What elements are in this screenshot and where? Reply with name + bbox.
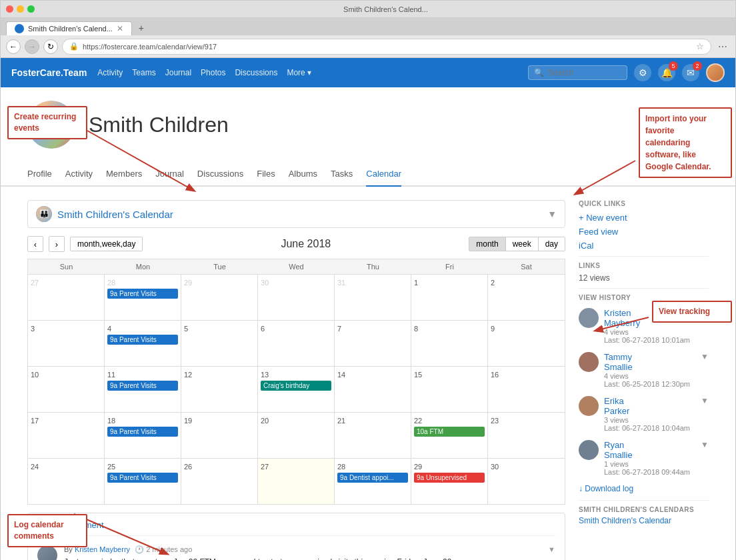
cal-day[interactable]: 19 (181, 413, 258, 458)
cal-day[interactable]: 14 (335, 367, 411, 412)
nav-journal[interactable]: Journal (165, 68, 191, 77)
cal-day[interactable]: 17 (28, 413, 105, 458)
nav-photos[interactable]: Photos (201, 68, 225, 77)
download-log-link[interactable]: ↓ Download log (579, 484, 709, 493)
cal-event[interactable]: 9a Parent Visits (107, 427, 178, 437)
close-btn[interactable] (6, 5, 13, 13)
search-input[interactable] (548, 68, 621, 77)
active-tab[interactable]: Smith Children's Calend... ✕ (6, 21, 132, 35)
tab-discussions[interactable]: Discussions (197, 162, 243, 187)
expand-icon[interactable]: ▼ (548, 545, 555, 553)
cal-event[interactable]: 9a Parent Visits (107, 289, 178, 299)
cal-day[interactable]: 20 (258, 413, 335, 458)
cal-day[interactable]: 31 (335, 275, 411, 320)
cal-day[interactable]: 11 9a Parent Visits (105, 367, 181, 412)
smith-cal-link[interactable]: Smith Children's Calendar (579, 516, 709, 525)
cal-day[interactable]: 13 Craig's birthday (258, 367, 335, 412)
cal-day[interactable]: 7 (335, 321, 411, 366)
nav-discussions[interactable]: Discussions (235, 68, 277, 77)
cal-day[interactable]: 6 (258, 321, 335, 366)
tab-files[interactable]: Files (257, 162, 275, 187)
star-icon[interactable]: ☆ (696, 41, 704, 51)
url-bar[interactable] (83, 43, 692, 51)
cal-day[interactable]: 29 (181, 275, 258, 320)
cal-day[interactable]: 18 9a Parent Visits (105, 413, 181, 458)
cal-event[interactable]: 9a Parent Visits (107, 335, 178, 345)
calendar-grid: Sun Mon Tue Wed Thu Fri Sat 27 28 9a Par… (27, 259, 565, 505)
new-event-link[interactable]: + New event (579, 213, 709, 223)
feed-view-link[interactable]: Feed view (579, 227, 709, 237)
cal-day[interactable]: 2 (488, 275, 565, 320)
cal-view-day[interactable]: day (539, 237, 565, 251)
cal-day[interactable]: 3 (28, 321, 105, 366)
cal-prev-btn[interactable]: ‹ (27, 236, 43, 252)
cal-event[interactable]: Craig's birthday (261, 381, 331, 391)
nav-activity[interactable]: Activity (97, 68, 123, 77)
viewer-last: Last: 06-27-2018 10:04am (604, 424, 695, 432)
nav-more[interactable]: More ▾ (287, 68, 311, 77)
messages-badge: 2 (693, 61, 702, 71)
calendar-dropdown-icon[interactable]: ▼ (547, 209, 557, 219)
cal-day[interactable]: 28 9a Parent Visits (105, 275, 181, 320)
cal-day[interactable]: 1 (411, 275, 488, 320)
nav-teams[interactable]: Teams (132, 68, 155, 77)
cal-day[interactable]: 8 (411, 321, 488, 366)
tab-close-icon[interactable]: ✕ (117, 24, 123, 33)
cal-event[interactable]: 9a Unsupervised (414, 473, 485, 483)
cal-view-week[interactable]: week (506, 237, 539, 251)
cal-next-btn[interactable]: › (49, 236, 65, 252)
cal-day[interactable]: 22 10a FTM (411, 413, 488, 458)
cal-day[interactable]: 4 9a Parent Visits (105, 321, 181, 366)
cal-day[interactable]: 26 (181, 459, 258, 504)
tab-journal[interactable]: Journal (155, 162, 184, 187)
ical-link[interactable]: iCal (579, 241, 709, 251)
forward-btn[interactable]: → (25, 39, 39, 54)
new-tab-btn[interactable]: + (133, 21, 149, 35)
cal-day[interactable]: 12 (181, 367, 258, 412)
cal-day[interactable]: 5 (181, 321, 258, 366)
tab-activity[interactable]: Activity (65, 162, 93, 187)
cal-day[interactable]: 30 (488, 459, 565, 504)
cal-day[interactable]: 28 9a Dentist appoi... (335, 459, 411, 504)
cal-event[interactable]: 9a Parent Visits (107, 381, 178, 391)
tab-tasks[interactable]: Tasks (331, 162, 353, 187)
cal-day[interactable]: 23 (488, 413, 565, 458)
browser-settings-icon[interactable]: ⋯ (715, 39, 730, 54)
settings-icon[interactable]: ⚙ (634, 64, 651, 81)
tab-profile[interactable]: Profile (27, 162, 52, 187)
cal-day[interactable]: 27 (28, 275, 105, 320)
viewer-chevron-icon[interactable]: ▼ (701, 440, 709, 449)
cal-view-month[interactable]: month (469, 237, 505, 251)
cal-day[interactable]: 27 (258, 459, 335, 504)
reload-btn[interactable]: ↻ (43, 39, 58, 54)
viewer-name[interactable]: TammySmallie (604, 352, 695, 372)
viewer-last: Last: 06-25-2018 12:30pm (604, 380, 695, 388)
viewer-chevron-icon[interactable]: ▼ (701, 352, 709, 361)
cal-week-2: 3 4 9a Parent Visits 5 6 7 8 9 (28, 321, 565, 367)
cal-day[interactable]: 25 9a Parent Visits (105, 459, 181, 504)
cal-day[interactable]: 30 (258, 275, 335, 320)
maximize-btn[interactable] (27, 5, 35, 13)
cal-day[interactable]: 21 (335, 413, 411, 458)
cal-day[interactable]: 15 (411, 367, 488, 412)
viewer-name[interactable]: ErikaParker (604, 396, 695, 416)
viewer-chevron-icon[interactable]: ▼ (701, 396, 709, 405)
tab-members[interactable]: Members (106, 162, 142, 187)
back-btn[interactable]: ← (6, 39, 21, 54)
cal-event[interactable]: 9a Parent Visits (107, 473, 178, 483)
calendar-main: 👪 Smith Children's Calendar ▼ ‹ › month,… (27, 200, 565, 560)
cal-today-btn[interactable]: month,week,day (70, 237, 143, 251)
user-avatar[interactable] (706, 63, 725, 82)
tab-calendar[interactable]: Calendar (366, 162, 401, 187)
cal-day[interactable]: 24 (28, 459, 105, 504)
minimize-btn[interactable] (17, 5, 24, 13)
cal-day[interactable]: 16 (488, 367, 565, 412)
viewer-name[interactable]: RyanSmallie (604, 440, 695, 460)
cal-day[interactable]: 10 (28, 367, 105, 412)
cal-event[interactable]: 10a FTM (414, 427, 485, 437)
cal-day[interactable]: 29 9a Unsupervised (411, 459, 488, 504)
tab-albums[interactable]: Albums (289, 162, 317, 187)
cal-day[interactable]: 9 (488, 321, 565, 366)
brand-logo[interactable]: FosterCare.Team (11, 67, 87, 78)
cal-event[interactable]: 9a Dentist appoi... (337, 473, 408, 483)
